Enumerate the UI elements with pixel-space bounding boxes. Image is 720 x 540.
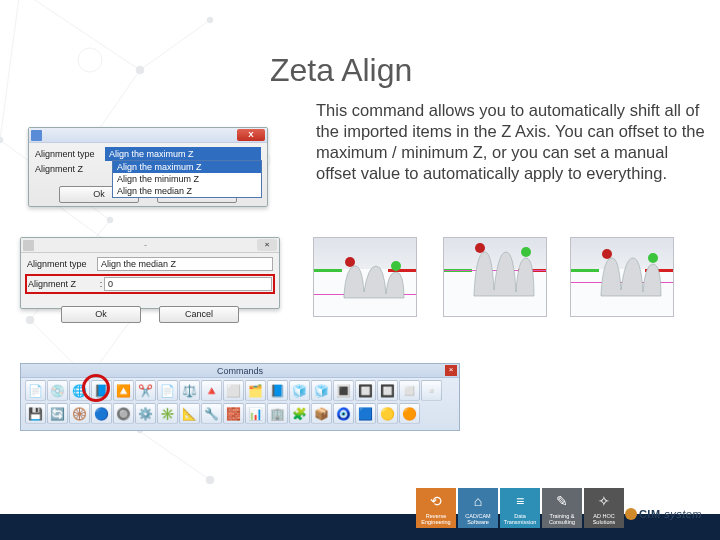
toolbar-icon[interactable]: 📊 xyxy=(245,403,266,424)
toolbar-icon[interactable]: 🔺 xyxy=(201,380,222,401)
svg-point-26 xyxy=(521,247,531,257)
preview-min-z xyxy=(443,237,547,317)
toolbar-icon[interactable]: 🧱 xyxy=(223,403,244,424)
toolbar-icon[interactable]: 🧩 xyxy=(289,403,310,424)
toolbar-icon[interactable]: 🟡 xyxy=(377,403,398,424)
toolbar-icon[interactable]: 🌐 xyxy=(69,380,90,401)
commands-title-text: Commands xyxy=(217,366,263,376)
toolbar-icon[interactable]: 📘 xyxy=(267,380,288,401)
toolbar-icon[interactable]: 🔧 xyxy=(201,403,222,424)
toolbar-icon[interactable]: 📄 xyxy=(157,380,178,401)
alignment-type-label: Alignment type xyxy=(35,149,105,159)
toolbar-icon[interactable]: ✳️ xyxy=(157,403,178,424)
tile-adhoc: ✧AD HOCSolutions xyxy=(584,488,624,528)
align-dialog-dropdown-open: X Alignment type Align the maximum Z Ali… xyxy=(28,127,268,207)
toolbar-icon[interactable]: ✂️ xyxy=(135,380,156,401)
window-icon xyxy=(23,240,34,251)
dialog-titlebar: - × xyxy=(21,238,279,253)
svg-point-23 xyxy=(345,257,355,267)
window-icon xyxy=(31,130,42,141)
toolbar-icon[interactable]: 🧿 xyxy=(333,403,354,424)
tile-reverse-engineering: ⟲ReverseEngineering xyxy=(416,488,456,528)
svg-point-15 xyxy=(206,476,214,484)
page-title: Zeta Align xyxy=(270,52,412,89)
alignment-type-select[interactable]: Align the median Z xyxy=(97,257,273,271)
dropdown-option[interactable]: Align the maximum Z xyxy=(113,161,261,173)
alignment-type-label: Alignment type xyxy=(27,259,97,269)
tile-data-transmission: ≡DataTransmission xyxy=(500,488,540,528)
toolbar-icon[interactable]: 🔼 xyxy=(113,380,134,401)
svg-line-5 xyxy=(0,0,20,140)
alignment-z-input[interactable]: 0 xyxy=(104,277,272,291)
svg-point-16 xyxy=(0,137,3,143)
toolbar-icon[interactable]: 🔘 xyxy=(113,403,134,424)
toolbar-icon[interactable]: 💿 xyxy=(47,380,68,401)
toolbar-icon[interactable]: 📘 xyxy=(91,380,112,401)
toolbar-icon[interactable]: 🔳 xyxy=(333,380,354,401)
svg-line-0 xyxy=(20,0,140,70)
toolbar-icon[interactable]: 🧊 xyxy=(289,380,310,401)
svg-point-24 xyxy=(391,261,401,271)
brand-logo: CIM system xyxy=(625,508,702,520)
toolbar-icon[interactable]: 🔲 xyxy=(355,380,376,401)
toolbar-icon[interactable]: 🟦 xyxy=(355,403,376,424)
commands-close-button[interactable]: × xyxy=(445,365,457,376)
svg-point-25 xyxy=(475,243,485,253)
alignment-type-dropdown[interactable]: Align the maximum Z Align the minimum Z … xyxy=(112,160,262,198)
preview-max-z xyxy=(313,237,417,317)
commands-title: Commands × xyxy=(21,364,459,378)
close-button[interactable]: × xyxy=(257,239,277,251)
dropdown-option[interactable]: Align the minimum Z xyxy=(113,173,261,185)
toolbar-icon[interactable]: 🟠 xyxy=(399,403,420,424)
svg-point-20 xyxy=(207,17,213,23)
toolbar-icon[interactable]: ▫️ xyxy=(421,380,442,401)
toolbar-icon[interactable]: 📦 xyxy=(311,403,332,424)
toolbar-icon[interactable]: 📄 xyxy=(25,380,46,401)
dropdown-option[interactable]: Align the median Z xyxy=(113,185,261,197)
commands-toolbar: Commands × 📄💿🌐📘🔼✂️📄⚖️🔺⬜🗂️📘🧊🧊🔳🔲🔲◻️▫️ 💾🔄🛞🔵… xyxy=(20,363,460,431)
toolbar-icon[interactable]: ◻️ xyxy=(399,380,420,401)
dialog-title-dash: - xyxy=(144,240,147,250)
description-text: This command allows you to automatically… xyxy=(316,100,706,184)
toolbar-icon[interactable]: ⚙️ xyxy=(135,403,156,424)
svg-point-17 xyxy=(107,217,113,223)
close-button[interactable]: X xyxy=(237,129,265,141)
alignment-z-label: Alignment Z xyxy=(28,279,98,289)
dialog-titlebar: X xyxy=(29,128,267,143)
toolbar-icon[interactable]: 🗂️ xyxy=(245,380,266,401)
alignment-z-label: Alignment Z xyxy=(35,164,105,174)
svg-point-11 xyxy=(136,66,144,74)
svg-point-22 xyxy=(78,48,102,72)
alignment-type-select[interactable]: Align the maximum Z xyxy=(105,147,261,161)
toolbar-icon[interactable]: 🛞 xyxy=(69,403,90,424)
toolbar-icon[interactable]: ⚖️ xyxy=(179,380,200,401)
svg-point-27 xyxy=(602,249,612,259)
toolbar-icon[interactable]: 🔲 xyxy=(377,380,398,401)
toolbar-icon[interactable]: ⬜ xyxy=(223,380,244,401)
toolbar-icon[interactable]: 🔄 xyxy=(47,403,68,424)
footer-tiles: ⟲ReverseEngineering ⌂CAD/CAMSoftware ≡Da… xyxy=(416,488,624,528)
toolbar-icon[interactable]: 🧊 xyxy=(311,380,332,401)
svg-line-9 xyxy=(140,20,210,70)
toolbar-icon[interactable]: 💾 xyxy=(25,403,46,424)
preview-median-z xyxy=(570,237,674,317)
toolbar-icon[interactable]: 🏢 xyxy=(267,403,288,424)
toolbar-icon[interactable]: 📐 xyxy=(179,403,200,424)
tile-training: ✎Training &Consulting xyxy=(542,488,582,528)
tile-cadcam: ⌂CAD/CAMSoftware xyxy=(458,488,498,528)
svg-point-28 xyxy=(648,253,658,263)
ok-button[interactable]: Ok xyxy=(61,306,141,323)
cancel-button[interactable]: Cancel xyxy=(159,306,239,323)
align-dialog-median: - × Alignment type Align the median Z Al… xyxy=(20,237,280,309)
toolbar-icon[interactable]: 🔵 xyxy=(91,403,112,424)
